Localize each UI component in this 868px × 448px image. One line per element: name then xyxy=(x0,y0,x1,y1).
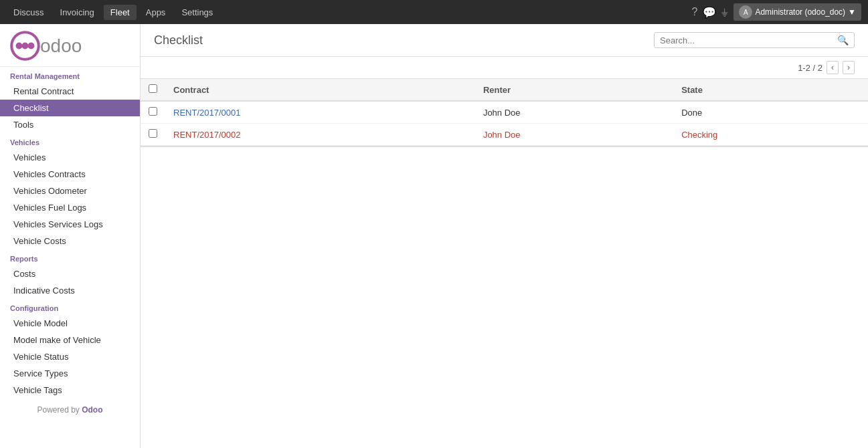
svg-point-1 xyxy=(16,43,23,49)
sidebar-logo[interactable]: odoo xyxy=(0,24,140,67)
content-area: Checklist 🔍 1-2 / 2 ‹ › Contract xyxy=(141,24,868,448)
search-icon[interactable]: 🔍 xyxy=(837,35,849,45)
col-contract[interactable]: Contract xyxy=(165,79,475,101)
odoo-icon xyxy=(10,31,40,61)
sidebar-section-configuration: Configuration xyxy=(0,299,140,315)
state-value: Checking xyxy=(681,130,717,140)
odoo-text: odoo xyxy=(40,35,82,57)
pagination-bar: 1-2 / 2 ‹ › xyxy=(141,57,868,79)
sidebar-item-vehicle-status[interactable]: Vehicle Status xyxy=(0,348,140,365)
top-navigation: Discuss Invoicing Fleet Apps Settings ? … xyxy=(0,0,868,24)
pagination-prev[interactable]: ‹ xyxy=(827,61,839,74)
sidebar-section-vehicles: Vehicles xyxy=(0,133,140,149)
table-row: RENT/2017/0002 John Doe Checking xyxy=(141,124,868,146)
nav-right-icons: ? 💬 ⏚ A Administrator (odoo_doc) ▼ xyxy=(691,3,861,21)
nav-discuss[interactable]: Discuss xyxy=(7,5,51,20)
chat-icon[interactable]: 💬 xyxy=(703,6,716,19)
help-icon[interactable]: ? xyxy=(691,6,697,18)
col-renter[interactable]: Renter xyxy=(475,79,673,101)
row-checkbox[interactable] xyxy=(149,129,157,138)
cell-state: Done xyxy=(673,101,868,124)
contract-link[interactable]: RENT/2017/0002 xyxy=(173,130,240,140)
pagination-info: 1-2 / 2 xyxy=(798,63,822,73)
sidebar-item-model-make[interactable]: Model make of Vehicle xyxy=(0,332,140,348)
avatar: A xyxy=(739,5,752,19)
sidebar-item-indicative-costs[interactable]: Indicative Costs xyxy=(0,282,140,299)
cell-contract: RENT/2017/0002 xyxy=(165,124,475,146)
user-menu[interactable]: A Administrator (odoo_doc) ▼ xyxy=(733,3,861,21)
sidebar-item-costs[interactable]: Costs xyxy=(0,265,140,282)
sidebar-item-tools[interactable]: Tools xyxy=(0,116,140,133)
page-title: Checklist xyxy=(154,33,203,47)
row-checkbox[interactable] xyxy=(149,107,157,116)
row-checkbox-cell xyxy=(141,101,165,124)
sidebar-item-vehicles[interactable]: Vehicles xyxy=(0,149,140,166)
sidebar-item-vehicle-costs[interactable]: Vehicle Costs xyxy=(0,233,140,249)
cell-renter: John Doe xyxy=(475,101,673,124)
sidebar-item-vehicles-contracts[interactable]: Vehicles Contracts xyxy=(0,166,140,183)
sidebar-item-rental-contract[interactable]: Rental Contract xyxy=(0,83,140,100)
pagination-next[interactable]: › xyxy=(843,61,855,74)
table-container: Contract Renter State RENT/2017/0001 xyxy=(141,79,868,448)
search-input[interactable] xyxy=(660,35,837,45)
sidebar-section-rental: Rental Management xyxy=(0,67,140,83)
cell-state: Checking xyxy=(673,124,868,146)
svg-point-3 xyxy=(28,43,35,49)
content-header: Checklist 🔍 xyxy=(141,24,868,57)
divider-cell xyxy=(141,146,868,147)
renter-name: John Doe xyxy=(483,130,521,140)
sidebar-item-vehicles-odometer[interactable]: Vehicles Odometer xyxy=(0,183,140,199)
odoo-logo: odoo xyxy=(10,31,130,61)
sidebar-item-vehicles-fuel-logs[interactable]: Vehicles Fuel Logs xyxy=(0,199,140,216)
apps-grid-icon[interactable]: ⏚ xyxy=(721,6,728,18)
sidebar-section-reports: Reports xyxy=(0,249,140,265)
nav-invoicing[interactable]: Invoicing xyxy=(54,5,101,20)
svg-point-2 xyxy=(22,43,29,49)
select-all-header xyxy=(141,79,165,101)
nav-menu: Discuss Invoicing Fleet Apps Settings xyxy=(7,5,691,20)
table-row: RENT/2017/0001 John Doe Done xyxy=(141,101,868,124)
select-all-checkbox[interactable] xyxy=(149,84,157,93)
table-divider xyxy=(141,146,868,147)
user-dropdown-icon: ▼ xyxy=(848,7,856,17)
table-header-row: Contract Renter State xyxy=(141,79,868,101)
sidebar-item-service-types[interactable]: Service Types xyxy=(0,365,140,382)
col-state[interactable]: State xyxy=(673,79,868,101)
nav-fleet[interactable]: Fleet xyxy=(104,5,137,20)
sidebar-item-vehicle-tags[interactable]: Vehicle Tags xyxy=(0,382,140,399)
contract-link[interactable]: RENT/2017/0001 xyxy=(173,108,240,118)
main-layout: odoo Rental Management Rental Contract C… xyxy=(0,24,868,448)
renter-name: John Doe xyxy=(483,108,521,118)
sidebar-item-vehicle-model[interactable]: Vehicle Model xyxy=(0,315,140,332)
state-value: Done xyxy=(681,108,702,118)
sidebar: odoo Rental Management Rental Contract C… xyxy=(0,24,141,448)
row-checkbox-cell xyxy=(141,124,165,146)
nav-apps[interactable]: Apps xyxy=(139,5,173,20)
checklist-table: Contract Renter State RENT/2017/0001 xyxy=(141,79,868,147)
sidebar-item-checklist[interactable]: Checklist xyxy=(0,100,140,116)
sidebar-item-vehicles-services-logs[interactable]: Vehicles Services Logs xyxy=(0,216,140,233)
odoo-brand: Odoo xyxy=(82,405,102,415)
sidebar-footer: Powered by Odoo xyxy=(0,399,140,421)
cell-contract: RENT/2017/0001 xyxy=(165,101,475,124)
user-label: Administrator (odoo_doc) xyxy=(755,7,845,17)
nav-settings[interactable]: Settings xyxy=(175,5,220,20)
search-bar: 🔍 xyxy=(654,32,855,48)
cell-renter: John Doe xyxy=(475,124,673,146)
